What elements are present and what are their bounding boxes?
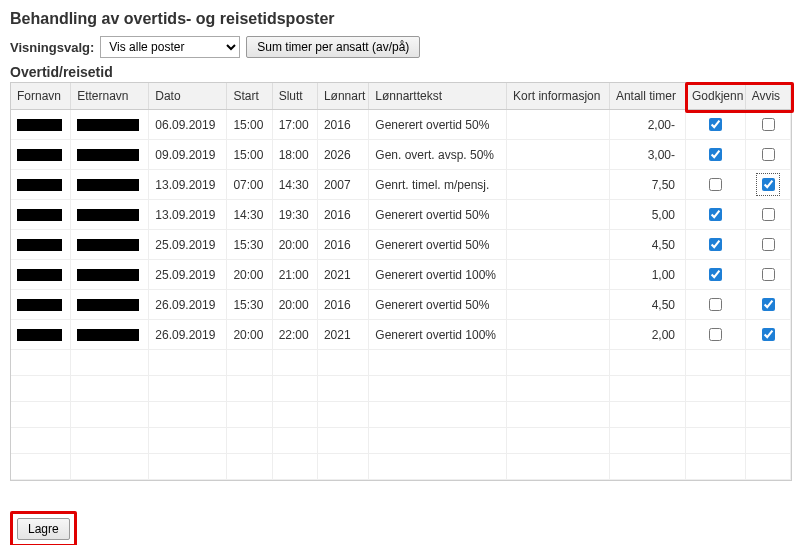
save-highlight: Lagre: [10, 511, 77, 545]
empty-cell: [369, 350, 507, 376]
col-avvis[interactable]: Avvis: [745, 83, 790, 110]
cell-slutt: 22:00: [272, 320, 317, 350]
empty-cell: [71, 376, 149, 402]
controls-row: Visningsvalg: Vis alle poster Sum timer …: [10, 36, 790, 58]
cell-antalltimer: 4,50: [609, 230, 685, 260]
cell-avvis: [745, 140, 790, 170]
cell-etternavn: [71, 230, 149, 260]
cell-antalltimer: 2,00: [609, 320, 685, 350]
approve-checkbox[interactable]: [709, 298, 722, 311]
redacted-text: [77, 179, 139, 191]
cell-godkjenn: [686, 230, 746, 260]
table-row[interactable]: 26.09.201915:3020:002016Generert overtid…: [11, 290, 791, 320]
col-etternavn[interactable]: Etternavn: [71, 83, 149, 110]
reject-checkbox[interactable]: [762, 118, 775, 131]
empty-cell: [149, 428, 227, 454]
empty-cell: [317, 350, 368, 376]
table-row[interactable]: 25.09.201915:3020:002016Generert overtid…: [11, 230, 791, 260]
redacted-text: [17, 209, 62, 221]
empty-cell: [272, 428, 317, 454]
empty-cell: [71, 428, 149, 454]
cell-lonnarttekst: Generert overtid 50%: [369, 110, 507, 140]
reject-checkbox[interactable]: [762, 238, 775, 251]
empty-cell: [609, 402, 685, 428]
cell-antalltimer: 2,00-: [609, 110, 685, 140]
reject-checkbox[interactable]: [762, 178, 775, 191]
empty-cell: [149, 376, 227, 402]
empty-cell: [686, 402, 746, 428]
col-slutt[interactable]: Slutt: [272, 83, 317, 110]
reject-checkbox[interactable]: [762, 268, 775, 281]
cell-godkjenn: [686, 290, 746, 320]
reject-checkbox[interactable]: [762, 148, 775, 161]
empty-cell: [507, 428, 610, 454]
reject-checkbox[interactable]: [762, 298, 775, 311]
empty-cell: [745, 376, 790, 402]
empty-cell: [609, 454, 685, 480]
table-row[interactable]: 09.09.201915:0018:002026Gen. overt. avsp…: [11, 140, 791, 170]
table-row[interactable]: 26.09.201920:0022:002021Generert overtid…: [11, 320, 791, 350]
cell-lonnart: 2016: [317, 110, 368, 140]
cell-start: 15:30: [227, 230, 272, 260]
table-row[interactable]: 25.09.201920:0021:002021Generert overtid…: [11, 260, 791, 290]
col-lonnarttekst[interactable]: Lønnarttekst: [369, 83, 507, 110]
redacted-text: [17, 329, 62, 341]
approve-checkbox[interactable]: [709, 208, 722, 221]
cell-lonnarttekst: Genrt. timel. m/pensj.: [369, 170, 507, 200]
empty-cell: [609, 376, 685, 402]
table-wrap: Fornavn Etternavn Dato Start Slutt Lønna…: [10, 82, 792, 481]
approve-checkbox[interactable]: [709, 148, 722, 161]
empty-cell: [507, 350, 610, 376]
empty-cell: [686, 454, 746, 480]
col-godkjenn[interactable]: Godkjenn: [686, 83, 746, 110]
cell-kortinfo: [507, 110, 610, 140]
view-label: Visningsvalg:: [10, 40, 94, 55]
page-title: Behandling av overtids- og reisetidspost…: [10, 10, 790, 28]
cell-lonnart: 2026: [317, 140, 368, 170]
col-dato[interactable]: Dato: [149, 83, 227, 110]
cell-start: 15:30: [227, 290, 272, 320]
empty-cell: [11, 454, 71, 480]
empty-cell: [686, 428, 746, 454]
empty-cell: [11, 376, 71, 402]
cell-kortinfo: [507, 320, 610, 350]
cell-dato: 13.09.2019: [149, 170, 227, 200]
cell-start: 15:00: [227, 140, 272, 170]
sum-toggle-button[interactable]: Sum timer per ansatt (av/på): [246, 36, 420, 58]
col-kortinfo[interactable]: Kort informasjon: [507, 83, 610, 110]
col-antalltimer[interactable]: Antall timer: [609, 83, 685, 110]
reject-checkbox[interactable]: [762, 328, 775, 341]
table-row[interactable]: 13.09.201914:3019:302016Generert overtid…: [11, 200, 791, 230]
cell-godkjenn: [686, 200, 746, 230]
approve-checkbox[interactable]: [709, 238, 722, 251]
cell-slutt: 20:00: [272, 290, 317, 320]
cell-lonnart: 2016: [317, 200, 368, 230]
save-button[interactable]: Lagre: [17, 518, 70, 540]
empty-cell: [227, 402, 272, 428]
cell-lonnart: 2007: [317, 170, 368, 200]
reject-checkbox[interactable]: [762, 208, 775, 221]
approve-checkbox[interactable]: [709, 178, 722, 191]
approve-checkbox[interactable]: [709, 118, 722, 131]
empty-cell: [609, 350, 685, 376]
cell-etternavn: [71, 140, 149, 170]
cell-lonnarttekst: Gen. overt. avsp. 50%: [369, 140, 507, 170]
cell-etternavn: [71, 320, 149, 350]
cell-lonnarttekst: Generert overtid 100%: [369, 320, 507, 350]
cell-slutt: 17:00: [272, 110, 317, 140]
cell-start: 14:30: [227, 200, 272, 230]
col-lonnart[interactable]: Lønnart: [317, 83, 368, 110]
empty-cell: [609, 428, 685, 454]
view-select[interactable]: Vis alle poster: [100, 36, 240, 58]
empty-cell: [149, 350, 227, 376]
approve-checkbox[interactable]: [709, 328, 722, 341]
redacted-text: [77, 149, 139, 161]
col-start[interactable]: Start: [227, 83, 272, 110]
col-fornavn[interactable]: Fornavn: [11, 83, 71, 110]
approve-checkbox[interactable]: [709, 268, 722, 281]
cell-godkjenn: [686, 320, 746, 350]
cell-slutt: 21:00: [272, 260, 317, 290]
table-row[interactable]: 13.09.201907:0014:302007Genrt. timel. m/…: [11, 170, 791, 200]
table-row[interactable]: 06.09.201915:0017:002016Generert overtid…: [11, 110, 791, 140]
empty-cell: [71, 454, 149, 480]
